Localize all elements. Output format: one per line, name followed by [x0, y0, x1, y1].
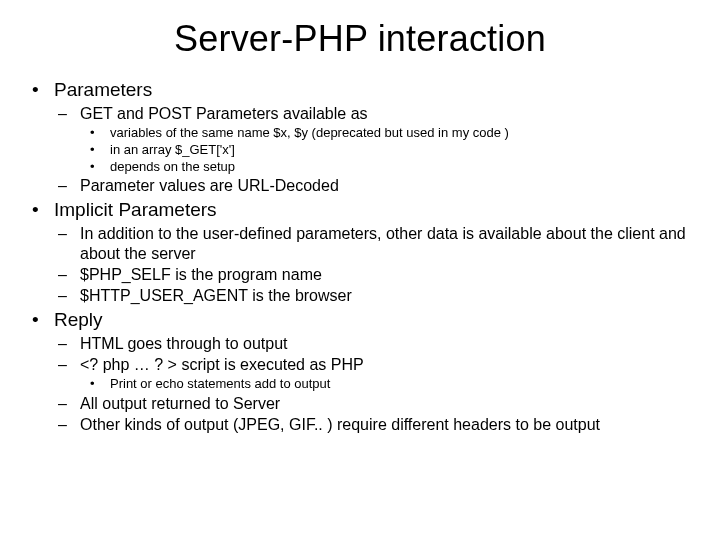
list-text: $PHP_SELF is the program name — [80, 266, 322, 283]
list-item: In addition to the user-defined paramete… — [54, 224, 692, 264]
list-item: Parameters GET and POST Parameters avail… — [28, 78, 692, 196]
list-text: HTML goes through to output — [80, 335, 288, 352]
list-text: $HTTP_USER_AGENT is the browser — [80, 287, 352, 304]
list-text: Parameters — [54, 79, 152, 100]
list-item: All output returned to Server — [54, 394, 692, 414]
list-item: <? php … ? > script is executed as PHP P… — [54, 355, 692, 393]
list-item: Implicit Parameters In addition to the u… — [28, 198, 692, 306]
list-item: variables of the same name $x, $y (depre… — [80, 125, 692, 142]
list-item: Reply HTML goes through to output <? php… — [28, 308, 692, 435]
list-text: depends on the setup — [110, 159, 235, 174]
bullet-list: Parameters GET and POST Parameters avail… — [28, 78, 692, 435]
list-text: All output returned to Server — [80, 395, 280, 412]
list-text: In addition to the user-defined paramete… — [80, 225, 686, 262]
list-item: HTML goes through to output — [54, 334, 692, 354]
list-text: Print or echo statements add to output — [110, 376, 330, 391]
slide: { "title": "Server-PHP interaction", "bu… — [0, 0, 720, 540]
list-text: variables of the same name $x, $y (depre… — [110, 125, 509, 140]
list-text: <? php … ? > script is executed as PHP — [80, 356, 364, 373]
list-item: $PHP_SELF is the program name — [54, 265, 692, 285]
list-item: depends on the setup — [80, 159, 692, 176]
list-text: Parameter values are URL-Decoded — [80, 177, 339, 194]
slide-title: Server-PHP interaction — [28, 18, 692, 60]
list-item: Parameter values are URL-Decoded — [54, 176, 692, 196]
list-item: Print or echo statements add to output — [80, 376, 692, 393]
list-item: in an array $_GET['x'] — [80, 142, 692, 159]
list-item: Other kinds of output (JPEG, GIF.. ) req… — [54, 415, 692, 435]
list-text: GET and POST Parameters available as — [80, 105, 368, 122]
list-text: Implicit Parameters — [54, 199, 217, 220]
list-text: Other kinds of output (JPEG, GIF.. ) req… — [80, 416, 600, 433]
list-text: Reply — [54, 309, 103, 330]
list-item: $HTTP_USER_AGENT is the browser — [54, 286, 692, 306]
list-item: GET and POST Parameters available as var… — [54, 104, 692, 176]
list-text: in an array $_GET['x'] — [110, 142, 235, 157]
